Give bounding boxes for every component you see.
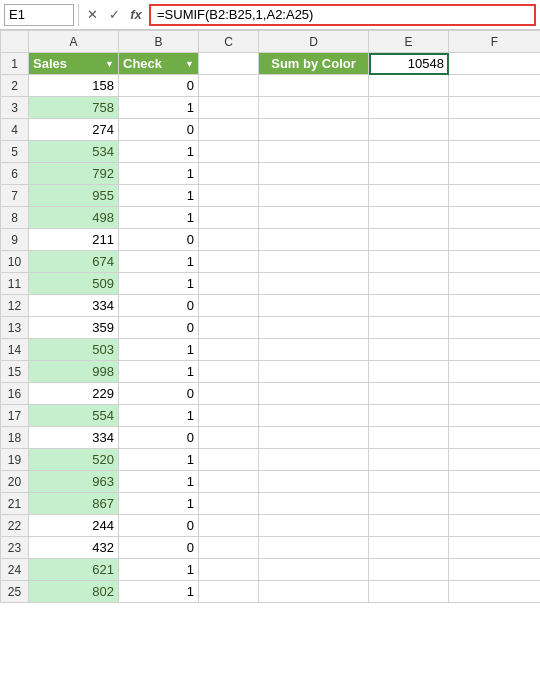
cell-C7[interactable] — [199, 185, 259, 207]
cell-A24[interactable]: 621 — [29, 559, 119, 581]
cell-C22[interactable] — [199, 515, 259, 537]
cell-E7[interactable] — [369, 185, 449, 207]
cell-E23[interactable] — [369, 537, 449, 559]
cell-A5[interactable]: 534 — [29, 141, 119, 163]
cell-A4[interactable]: 274 — [29, 119, 119, 141]
cell-E3[interactable] — [369, 97, 449, 119]
cell-F13[interactable] — [449, 317, 541, 339]
cell-A3[interactable]: 758 — [29, 97, 119, 119]
cell-D6[interactable] — [259, 163, 369, 185]
cell-A21[interactable]: 867 — [29, 493, 119, 515]
cell-B25[interactable]: 1 — [119, 581, 199, 603]
cell-E5[interactable] — [369, 141, 449, 163]
cell-B14[interactable]: 1 — [119, 339, 199, 361]
cell-F4[interactable] — [449, 119, 541, 141]
cell-B15[interactable]: 1 — [119, 361, 199, 383]
cell-C2[interactable] — [199, 75, 259, 97]
cell-F9[interactable] — [449, 229, 541, 251]
cell-B17[interactable]: 1 — [119, 405, 199, 427]
cell-B4[interactable]: 0 — [119, 119, 199, 141]
cell-F1[interactable] — [449, 53, 541, 75]
cell-B2[interactable]: 0 — [119, 75, 199, 97]
cell-D3[interactable] — [259, 97, 369, 119]
col-header-C[interactable]: C — [199, 31, 259, 53]
cell-E10[interactable] — [369, 251, 449, 273]
cell-B20[interactable]: 1 — [119, 471, 199, 493]
cell-C13[interactable] — [199, 317, 259, 339]
cell-A19[interactable]: 520 — [29, 449, 119, 471]
cell-F6[interactable] — [449, 163, 541, 185]
confirm-icon[interactable]: ✓ — [105, 7, 123, 22]
cell-E6[interactable] — [369, 163, 449, 185]
cell-B8[interactable]: 1 — [119, 207, 199, 229]
cell-E4[interactable] — [369, 119, 449, 141]
cell-D21[interactable] — [259, 493, 369, 515]
cell-A13[interactable]: 359 — [29, 317, 119, 339]
cell-B10[interactable]: 1 — [119, 251, 199, 273]
cell-B3[interactable]: 1 — [119, 97, 199, 119]
cell-F15[interactable] — [449, 361, 541, 383]
cell-F24[interactable] — [449, 559, 541, 581]
col-header-F[interactable]: F — [449, 31, 541, 53]
cell-A8[interactable]: 498 — [29, 207, 119, 229]
cell-E14[interactable] — [369, 339, 449, 361]
cell-C15[interactable] — [199, 361, 259, 383]
cell-D25[interactable] — [259, 581, 369, 603]
cell-A10[interactable]: 674 — [29, 251, 119, 273]
cell-A14[interactable]: 503 — [29, 339, 119, 361]
cell-D10[interactable] — [259, 251, 369, 273]
cell-A22[interactable]: 244 — [29, 515, 119, 537]
cell-E8[interactable] — [369, 207, 449, 229]
cell-C6[interactable] — [199, 163, 259, 185]
cell-E25[interactable] — [369, 581, 449, 603]
cell-F21[interactable] — [449, 493, 541, 515]
fx-icon[interactable]: fx — [127, 7, 145, 22]
cell-A20[interactable]: 963 — [29, 471, 119, 493]
cell-D18[interactable] — [259, 427, 369, 449]
cell-F20[interactable] — [449, 471, 541, 493]
sales-dropdown-icon[interactable]: ▼ — [105, 59, 114, 69]
cell-E19[interactable] — [369, 449, 449, 471]
cell-A12[interactable]: 334 — [29, 295, 119, 317]
cell-A1[interactable]: Sales ▼ — [29, 53, 119, 75]
cell-F16[interactable] — [449, 383, 541, 405]
cell-D2[interactable] — [259, 75, 369, 97]
cell-A16[interactable]: 229 — [29, 383, 119, 405]
cell-A11[interactable]: 509 — [29, 273, 119, 295]
cell-D23[interactable] — [259, 537, 369, 559]
cell-C8[interactable] — [199, 207, 259, 229]
cell-E17[interactable] — [369, 405, 449, 427]
cell-F22[interactable] — [449, 515, 541, 537]
cell-C16[interactable] — [199, 383, 259, 405]
cell-C14[interactable] — [199, 339, 259, 361]
cell-D5[interactable] — [259, 141, 369, 163]
col-header-E[interactable]: E — [369, 31, 449, 53]
cell-A17[interactable]: 554 — [29, 405, 119, 427]
col-header-A[interactable]: A — [29, 31, 119, 53]
cell-C10[interactable] — [199, 251, 259, 273]
cell-C21[interactable] — [199, 493, 259, 515]
cell-F7[interactable] — [449, 185, 541, 207]
cell-E15[interactable] — [369, 361, 449, 383]
cell-F23[interactable] — [449, 537, 541, 559]
cell-B18[interactable]: 0 — [119, 427, 199, 449]
cell-B19[interactable]: 1 — [119, 449, 199, 471]
cell-F3[interactable] — [449, 97, 541, 119]
cell-A25[interactable]: 802 — [29, 581, 119, 603]
cell-B7[interactable]: 1 — [119, 185, 199, 207]
cell-reference-box[interactable]: E1 — [4, 4, 74, 26]
cell-E1[interactable]: 10548 — [369, 53, 449, 75]
cell-C11[interactable] — [199, 273, 259, 295]
cell-B1[interactable]: Check ▼ — [119, 53, 199, 75]
cell-E12[interactable] — [369, 295, 449, 317]
cell-A9[interactable]: 211 — [29, 229, 119, 251]
cell-E18[interactable] — [369, 427, 449, 449]
cell-C23[interactable] — [199, 537, 259, 559]
cell-B23[interactable]: 0 — [119, 537, 199, 559]
col-header-D[interactable]: D — [259, 31, 369, 53]
cell-C18[interactable] — [199, 427, 259, 449]
cell-D16[interactable] — [259, 383, 369, 405]
cell-A6[interactable]: 792 — [29, 163, 119, 185]
cell-A7[interactable]: 955 — [29, 185, 119, 207]
cell-F11[interactable] — [449, 273, 541, 295]
